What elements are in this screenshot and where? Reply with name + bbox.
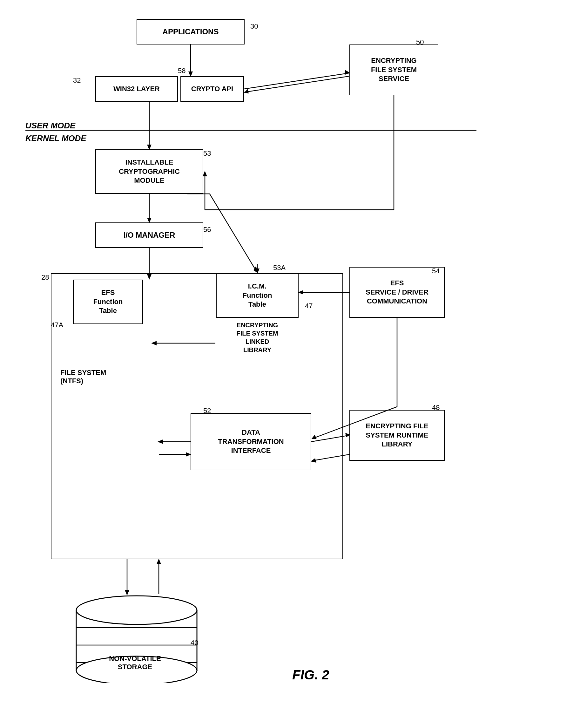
svg-marker-12	[345, 70, 349, 75]
svg-marker-44	[157, 558, 161, 564]
ref-48: 48	[432, 404, 440, 412]
data-transform-box: DATA TRANSFORMATION INTERFACE	[191, 413, 311, 470]
win32-box: WIN32 LAYER	[95, 76, 178, 102]
file-system-label: FILE SYSTEM (NTFS)	[60, 369, 106, 385]
user-mode-label: USER MODE	[25, 121, 75, 131]
ref-32: 32	[73, 76, 81, 84]
svg-line-11	[244, 73, 349, 89]
ref-50: 50	[416, 38, 424, 46]
ref-53a: 53A	[273, 264, 286, 272]
ref-58: 58	[178, 67, 185, 75]
diagram: APPLICATIONS 30 WIN32 LAYER 32 CRYPTO AP…	[0, 0, 580, 728]
ref-47: 47	[305, 302, 313, 310]
encrypting-service-box: ENCRYPTING FILE SYSTEM SERVICE	[349, 45, 438, 95]
ref-56: 56	[203, 226, 211, 234]
svg-marker-23	[254, 266, 258, 273]
installable-crypto-box: INSTALLABLE CRYPTOGRAPHIC MODULE	[95, 149, 203, 194]
efs-function-box: EFS Function Table	[73, 280, 143, 324]
encrypting-runtime-box: ENCRYPTING FILE SYSTEM RUNTIME LIBRARY	[349, 410, 445, 461]
crypto-api-box: CRYPTO API	[180, 76, 244, 102]
svg-line-22	[210, 194, 257, 272]
ref-30: 30	[250, 22, 258, 30]
svg-marker-14	[244, 89, 249, 94]
encrypting-linked-label: ENCRYPTING FILE SYSTEM LINKED LIBRARY	[203, 321, 311, 354]
ref-28: 28	[41, 273, 49, 282]
ref-54: 54	[432, 267, 440, 275]
storage-label: NON-VOLATILE STORAGE	[84, 655, 186, 671]
ref-53: 53	[203, 149, 211, 158]
efs-service-driver-box: EFS SERVICE / DRIVER COMMUNICATION	[349, 267, 445, 318]
fig-label: FIG. 2	[292, 667, 329, 682]
ref-47a: 47A	[51, 321, 63, 329]
io-manager-box: I/O MANAGER	[95, 223, 203, 248]
svg-marker-18	[203, 171, 207, 176]
icm-function-box: I.C.M. Function Table	[216, 273, 298, 318]
svg-line-13	[244, 76, 349, 92]
applications-box: APPLICATIONS	[137, 19, 244, 45]
kernel-mode-label: KERNEL MODE	[25, 133, 86, 143]
ref-40: 40	[191, 639, 198, 647]
ref-52: 52	[203, 407, 211, 415]
svg-point-1	[76, 596, 197, 624]
